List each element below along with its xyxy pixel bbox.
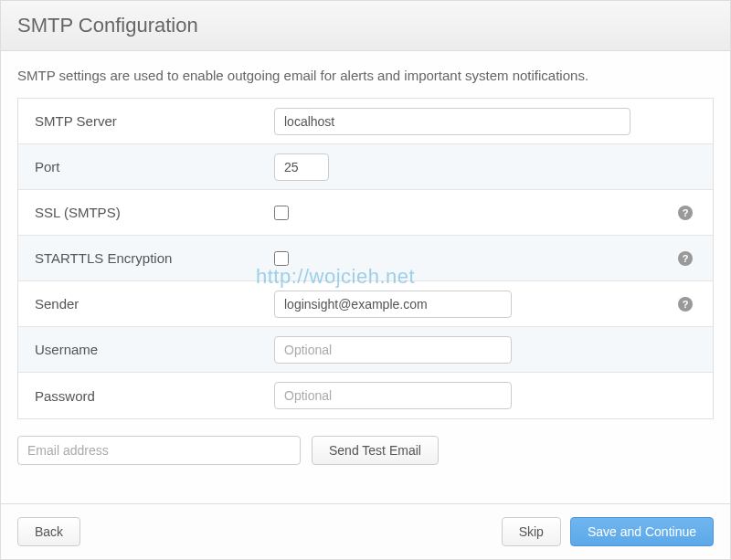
smtp-form: SMTP Server Port SSL (SMTPS) ? STA — [17, 98, 714, 419]
label-port: Port — [18, 148, 274, 185]
label-username: Username — [18, 331, 274, 368]
username-input[interactable] — [274, 336, 512, 364]
panel-content: SMTP settings are used to enable outgoin… — [1, 51, 730, 503]
row-ssl: SSL (SMTPS) ? — [18, 190, 713, 236]
ssl-checkbox[interactable] — [274, 206, 289, 220]
label-smtp-server: SMTP Server — [18, 102, 274, 140]
row-port: Port — [18, 144, 713, 190]
row-starttls: STARTTLS Encryption ? — [18, 236, 713, 281]
description-text: SMTP settings are used to enable outgoin… — [17, 68, 714, 83]
back-button[interactable]: Back — [17, 517, 80, 546]
label-sender: Sender — [18, 285, 274, 322]
help-icon[interactable]: ? — [678, 297, 693, 312]
port-input[interactable] — [274, 153, 329, 181]
help-icon[interactable]: ? — [678, 206, 693, 220]
save-continue-button[interactable]: Save and Continue — [570, 517, 714, 546]
panel-header: SMTP Configuration — [1, 1, 730, 51]
row-password: Password — [18, 373, 713, 418]
row-username: Username — [18, 327, 713, 373]
panel-footer: Back Skip Save and Continue — [1, 503, 730, 559]
sender-input[interactable] — [274, 291, 512, 318]
password-input[interactable] — [274, 382, 512, 409]
page-title: SMTP Configuration — [17, 14, 714, 37]
label-ssl: SSL (SMTPS) — [18, 194, 274, 231]
starttls-checkbox[interactable] — [274, 251, 289, 266]
smtp-config-panel: SMTP Configuration SMTP settings are use… — [0, 0, 731, 560]
test-email-row: Send Test Email — [17, 436, 714, 465]
label-starttls: STARTTLS Encryption — [18, 239, 274, 277]
help-icon[interactable]: ? — [678, 251, 693, 266]
send-test-button[interactable]: Send Test Email — [312, 436, 439, 465]
skip-button[interactable]: Skip — [502, 517, 561, 546]
label-password: Password — [18, 377, 274, 415]
smtp-server-input[interactable] — [274, 108, 630, 135]
row-smtp-server: SMTP Server — [18, 99, 713, 144]
row-sender: Sender ? — [18, 281, 713, 327]
test-email-input[interactable] — [17, 436, 301, 465]
